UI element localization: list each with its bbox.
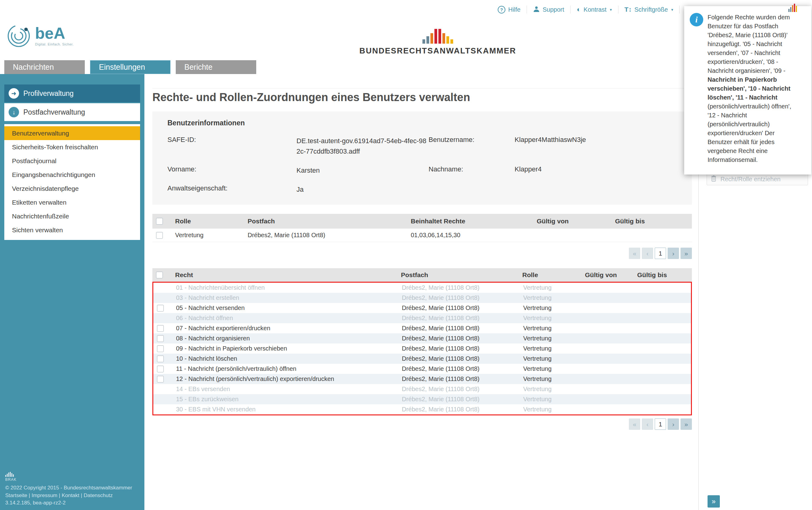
field-value-nachname: Klapper4 [515, 165, 692, 176]
footer-link-startseite[interactable]: Startseite [5, 492, 27, 498]
topbar-divider [679, 5, 679, 13]
sidebar-section-label: Postfachverwaltung [23, 108, 85, 116]
corner-bars-icon [788, 4, 797, 12]
select-all-checkbox[interactable] [156, 218, 163, 225]
remove-right-role-button[interactable]: Recht/Rolle entziehen [706, 173, 808, 185]
sidebar-item-sicherheits-token-freischalten[interactable]: Sicherheits-Token freischalten [4, 140, 140, 154]
rights-table-row[interactable]: 09 - Nachricht in Papierkorb verschieben… [153, 343, 691, 353]
select-all-checkbox[interactable] [156, 272, 163, 278]
sidebar-section-postfachverwaltung[interactable]: ↓ Postfachverwaltung [4, 103, 140, 121]
right-postfach: Drébes2, Marie (11108 Ort8) [402, 284, 523, 291]
rights-table-row[interactable]: 06 - Nachricht öffnenDrébes2, Marie (111… [153, 313, 691, 323]
field-label-vorname: Vorname: [168, 165, 296, 176]
collapse-panel-button[interactable]: » [707, 495, 720, 508]
info-tooltip-text: Folgende Rechte wurden dem Benutzer für … [707, 13, 799, 167]
rights-table-row[interactable]: 30 - EBS mit VHN versendenDrébes2, Marie… [153, 404, 691, 415]
right-postfach: Drébes2, Marie (11108 Ort8) [402, 386, 523, 393]
rights-table-row[interactable]: 08 - Nachricht organisierenDrébes2, Mari… [153, 333, 691, 343]
checkbox[interactable] [157, 345, 164, 352]
sidebar-item-postfachjournal[interactable]: Postfachjournal [4, 154, 140, 168]
pagination-first-button[interactable]: « [629, 419, 640, 430]
roles-table-row[interactable]: Vertretung Drébes2, Marie (11108 Ort8) 0… [152, 229, 692, 242]
pagination-current-page[interactable]: 1 [655, 248, 666, 259]
bea-logo: beA Digital. Einfach. Sicher. [5, 23, 74, 50]
right-checkbox-cell [153, 335, 176, 342]
footer-copyright: © 2022 Copyright 2015 - Bundesrechtsanwa… [5, 484, 132, 492]
right-postfach: Drébes2, Marie (11108 Ort8) [402, 365, 523, 372]
main-content: Rechte- und Rollen-Zuordnungen eines Ben… [144, 74, 698, 510]
help-button[interactable]: ? Hilfe [498, 6, 520, 13]
sidebar-item-nachrichtenfußzeile[interactable]: Nachrichtenfußzeile [4, 209, 140, 223]
sidebar-section-profilverwaltung[interactable]: ➜ Profilverwaltung [4, 84, 140, 102]
right-rolle: Vertretung [523, 406, 586, 413]
help-label: Hilfe [508, 6, 520, 13]
tab-berichte[interactable]: Berichte [176, 60, 256, 74]
sidebar-item-eingangsbenachrichtigungen[interactable]: Eingangsbenachrichtigungen [4, 168, 140, 181]
sidebar-item-sichten-verwalten[interactable]: Sichten verwalten [4, 223, 140, 237]
right-name: 07 - Nachricht exportieren/drucken [176, 325, 402, 332]
rights-table-row[interactable]: 07 - Nachricht exportieren/druckenDrébes… [153, 323, 691, 333]
font-size-dropdown[interactable]: T↕ Schriftgröße ▾ [625, 6, 673, 13]
field-label-benutzername: Benutzername: [429, 136, 515, 157]
col-gueltig-bis: Gültig bis [637, 271, 692, 279]
tab-nachrichten[interactable]: Nachrichten [4, 60, 85, 74]
pagination-prev-button[interactable]: ‹ [642, 248, 653, 259]
field-label-safe-id: SAFE-ID: [168, 136, 296, 157]
pagination-next-button[interactable]: › [668, 248, 679, 259]
checkbox[interactable] [156, 232, 163, 239]
tab-einstellungen[interactable]: Einstellungen [90, 60, 171, 74]
checkbox[interactable] [157, 366, 164, 372]
footer-links: Startseite | Impressum | Kontakt | Daten… [5, 492, 132, 500]
rights-table-row[interactable]: 11 - Nachricht (persönlich/vertraulich) … [153, 364, 691, 374]
support-button[interactable]: Support [533, 5, 564, 14]
right-name: 10 - Nachricht löschen [176, 355, 402, 362]
pagination-first-button[interactable]: « [629, 248, 640, 259]
footer-link-kontakt[interactable]: Kontakt [62, 492, 80, 498]
brak-bars-icon [423, 26, 453, 44]
checkbox[interactable] [157, 376, 164, 382]
right-rolle: Vertretung [523, 386, 586, 393]
rights-table-row[interactable]: 05 - Nachricht versendenDrébes2, Marie (… [153, 303, 691, 313]
pagination-next-button[interactable]: › [668, 419, 679, 430]
rights-table-rows-highlight: 01 - Nachrichtenübersicht öffnenDrébes2,… [152, 282, 692, 415]
field-value-benutzername: Klapper4MatthiaswN3je [515, 136, 692, 157]
right-checkbox-cell [153, 366, 176, 372]
right-rolle: Vertretung [523, 396, 586, 403]
sidebar-item-etiketten-verwalten[interactable]: Etiketten verwalten [4, 195, 140, 209]
checkbox[interactable] [157, 305, 164, 312]
rights-table-row[interactable]: 14 - EBs versendenDrébes2, Marie (11108 … [153, 384, 691, 394]
pagination-last-button[interactable]: » [680, 419, 692, 430]
pagination-prev-button[interactable]: ‹ [642, 419, 653, 430]
topbar-divider [618, 5, 618, 13]
help-icon: ? [498, 6, 505, 13]
role-name: Vertretung [175, 232, 248, 239]
right-rolle: Vertretung [523, 345, 586, 352]
footer-link-impressum[interactable]: Impressum [32, 492, 57, 498]
trash-icon [710, 175, 717, 183]
bea-logo-tagline: Digital. Einfach. Sicher. [35, 42, 74, 46]
contrast-dropdown[interactable]: ◐ Kontrast ▾ [577, 6, 612, 13]
col-postfach: Postfach [248, 218, 411, 225]
field-value-safe-id: DE.test-autent-gov.61914ad7-54eb-4fec-98… [296, 136, 429, 157]
checkbox[interactable] [157, 325, 164, 332]
right-postfach: Drébes2, Marie (11108 Ort8) [402, 355, 523, 362]
pagination-current-page[interactable]: 1 [655, 419, 666, 430]
checkbox[interactable] [157, 356, 164, 362]
rights-table-row[interactable]: 10 - Nachricht löschenDrébes2, Marie (11… [153, 353, 691, 364]
sidebar-item-verzeichnisdatenpflege[interactable]: Verzeichnisdatenpflege [4, 181, 140, 195]
rights-table-row[interactable]: 01 - Nachrichtenübersicht öffnenDrébes2,… [153, 283, 691, 293]
info-icon: i [690, 13, 703, 26]
bea-globe-icon [5, 23, 32, 50]
right-postfach: Drébes2, Marie (11108 Ort8) [402, 375, 523, 382]
footer-link-datenschutz[interactable]: Datenschutz [84, 492, 113, 498]
col-postfach: Postfach [401, 271, 522, 279]
rights-table-row[interactable]: 03 - Nachricht erstellenDrébes2, Marie (… [153, 293, 691, 303]
pagination-last-button[interactable]: » [680, 248, 692, 259]
user-info-panel: Benutzerinformationen SAFE-ID: DE.test-a… [152, 112, 692, 205]
sidebar-item-benutzerverwaltung[interactable]: Benutzerverwaltung [4, 126, 140, 140]
rights-table-row[interactable]: 15 - EBs zurückweisenDrébes2, Marie (111… [153, 394, 691, 404]
right-rolle: Vertretung [523, 375, 586, 382]
checkbox[interactable] [157, 335, 164, 342]
contrast-label: Kontrast [584, 6, 606, 13]
rights-table-row[interactable]: 12 - Nachricht (persönlich/vertraulich) … [153, 374, 691, 384]
